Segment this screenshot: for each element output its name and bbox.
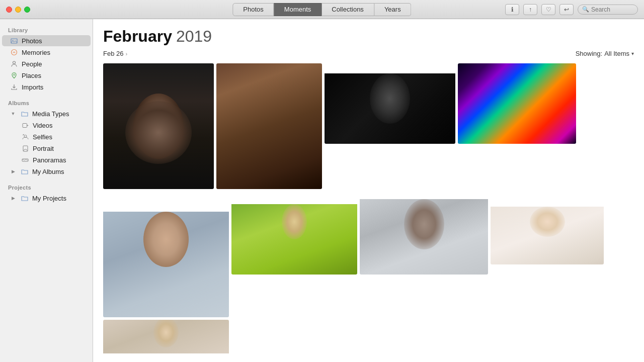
content-header: February 2019 bbox=[103, 27, 634, 46]
albums-section-label: Albums bbox=[0, 97, 93, 108]
title-month: February bbox=[103, 27, 172, 46]
sidebar-item-my-projects[interactable]: ▶ My Projects bbox=[2, 193, 91, 204]
date-label: Feb 26 bbox=[103, 50, 123, 57]
panoramas-icon bbox=[21, 156, 29, 164]
sidebar-item-media-types-label: Media Types bbox=[32, 110, 69, 118]
main-layout: Library Photos Memories bbox=[0, 19, 644, 362]
photo-colorful-face[interactable] bbox=[458, 63, 576, 144]
projects-section-label: Projects bbox=[0, 182, 93, 192]
sidebar-item-portrait[interactable]: Portrait bbox=[2, 143, 91, 154]
sidebar-item-people[interactable]: People bbox=[2, 58, 91, 69]
sidebar-item-portrait-label: Portrait bbox=[33, 145, 54, 152]
heart-button[interactable]: ♡ bbox=[541, 4, 555, 15]
photos-icon bbox=[10, 37, 18, 45]
heart-icon: ♡ bbox=[546, 6, 551, 13]
minimize-button[interactable] bbox=[15, 7, 21, 13]
sidebar-item-memories[interactable]: Memories bbox=[2, 47, 91, 58]
share-icon: ↑ bbox=[529, 6, 532, 13]
people-icon bbox=[10, 60, 18, 68]
search-box[interactable]: 🔍 bbox=[578, 5, 638, 15]
sidebar-item-videos[interactable]: Videos bbox=[2, 120, 91, 131]
titlebar: Photos Moments Collections Years ℹ ↑ ♡ ↩… bbox=[0, 0, 644, 19]
sidebar-item-my-albums-label: My Albums bbox=[32, 168, 64, 175]
my-projects-chevron-icon: ▶ bbox=[10, 195, 16, 201]
chevron-right-icon: ▶ bbox=[10, 168, 16, 174]
tab-collections[interactable]: Collections bbox=[321, 3, 374, 16]
photo-row-3 bbox=[103, 320, 634, 356]
sidebar-item-imports[interactable]: Imports bbox=[2, 81, 91, 93]
tab-years[interactable]: Years bbox=[374, 3, 412, 16]
showing-value: All Items bbox=[604, 50, 629, 57]
photo-row-1 bbox=[103, 63, 634, 189]
showing-text: Showing: bbox=[576, 50, 602, 57]
info-button[interactable]: ℹ bbox=[505, 4, 519, 15]
title-year: 2019 bbox=[176, 27, 212, 46]
photo-man-beard[interactable] bbox=[103, 63, 214, 189]
photo-baby[interactable] bbox=[491, 192, 604, 264]
portrait-icon bbox=[21, 144, 29, 152]
sidebar-item-my-projects-label: My Projects bbox=[32, 195, 66, 202]
sidebar-item-media-types[interactable]: ▼ Media Types bbox=[2, 108, 91, 119]
sidebar-item-photos-label: Photos bbox=[22, 37, 42, 45]
memories-icon bbox=[10, 48, 18, 56]
my-albums-folder-icon bbox=[21, 167, 29, 175]
folder-icon bbox=[21, 110, 29, 118]
sidebar-item-videos-label: Videos bbox=[33, 122, 53, 129]
sidebar-item-places[interactable]: Places bbox=[2, 70, 91, 81]
search-icon: 🔍 bbox=[582, 6, 589, 13]
videos-icon bbox=[21, 121, 29, 129]
svg-point-4 bbox=[14, 74, 15, 75]
photo-dark-man[interactable] bbox=[325, 63, 455, 144]
sidebar-item-selfies[interactable]: Selfies bbox=[2, 131, 91, 142]
sidebar-item-places-label: Places bbox=[22, 72, 41, 79]
selfies-icon bbox=[21, 133, 29, 141]
svg-point-9 bbox=[24, 147, 26, 149]
photo-child-green[interactable] bbox=[231, 192, 357, 275]
tab-photos[interactable]: Photos bbox=[232, 3, 274, 16]
imports-icon bbox=[10, 83, 18, 91]
svg-point-3 bbox=[13, 61, 16, 64]
sidebar-item-selfies-label: Selfies bbox=[33, 133, 52, 141]
rotate-button[interactable]: ↩ bbox=[559, 4, 574, 15]
content-area: February 2019 Feb 26 › Showing: All Item… bbox=[93, 19, 644, 362]
sidebar-item-my-albums[interactable]: ▶ My Albums bbox=[2, 166, 91, 177]
maximize-button[interactable] bbox=[24, 7, 30, 13]
showing-dropdown-arrow: ▾ bbox=[631, 51, 634, 56]
tab-bar: Photos Moments Collections Years bbox=[232, 3, 411, 16]
share-button[interactable]: ↑ bbox=[523, 4, 537, 15]
svg-rect-0 bbox=[11, 39, 17, 43]
sidebar-item-photos[interactable]: Photos bbox=[2, 35, 91, 46]
my-projects-folder-icon bbox=[21, 194, 29, 202]
library-section-label: Library bbox=[0, 24, 93, 35]
svg-marker-6 bbox=[27, 125, 29, 126]
sidebar-item-panoramas-label: Panoramas bbox=[33, 156, 66, 164]
date-chevron-icon: › bbox=[125, 51, 127, 57]
rotate-icon: ↩ bbox=[564, 6, 569, 13]
photo-girl-freckles[interactable] bbox=[103, 192, 229, 317]
svg-rect-5 bbox=[23, 123, 27, 127]
places-icon bbox=[10, 71, 18, 79]
showing-dropdown[interactable]: Showing: All Items ▾ bbox=[576, 50, 634, 57]
photo-row-2 bbox=[103, 192, 634, 317]
photo-child-profile[interactable] bbox=[103, 320, 229, 356]
sidebar-item-imports-label: Imports bbox=[22, 83, 43, 91]
sidebar-item-memories-label: Memories bbox=[22, 49, 50, 56]
photo-man-wind[interactable] bbox=[360, 192, 488, 275]
titlebar-right: ℹ ↑ ♡ ↩ 🔍 bbox=[505, 4, 638, 15]
search-input[interactable] bbox=[591, 6, 636, 13]
tab-moments[interactable]: Moments bbox=[274, 3, 321, 16]
date-row: Feb 26 › Showing: All Items ▾ bbox=[103, 50, 634, 57]
date-link[interactable]: Feb 26 › bbox=[103, 50, 127, 57]
close-button[interactable] bbox=[6, 7, 12, 13]
traffic-lights bbox=[0, 7, 30, 13]
sidebar: Library Photos Memories bbox=[0, 19, 93, 362]
info-icon: ℹ bbox=[511, 6, 514, 13]
sidebar-item-panoramas[interactable]: Panoramas bbox=[2, 154, 91, 165]
chevron-down-icon: ▼ bbox=[10, 111, 16, 117]
sidebar-item-people-label: People bbox=[22, 60, 42, 68]
photo-woman-makeup[interactable] bbox=[216, 63, 322, 189]
